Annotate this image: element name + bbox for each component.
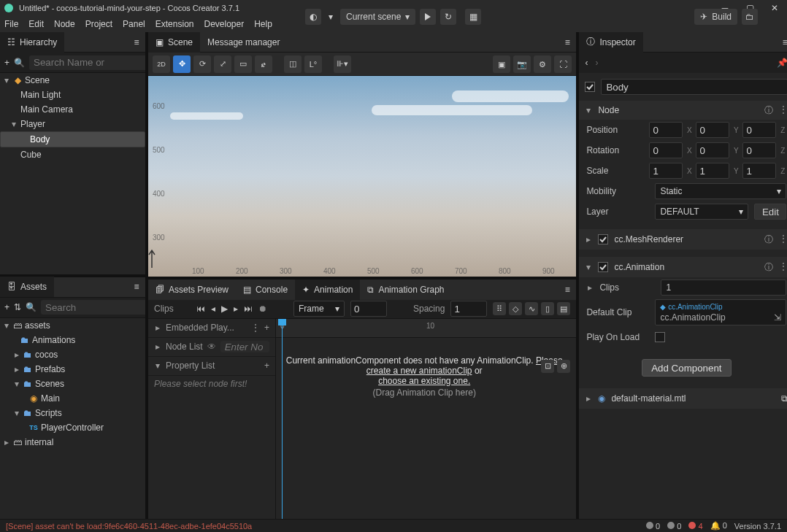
- layer-select[interactable]: DEFAULT▾: [655, 204, 748, 220]
- tool-align[interactable]: ⊪▾: [334, 55, 351, 73]
- frame-mode-select[interactable]: Frame▾: [293, 301, 345, 317]
- frame-input[interactable]: [350, 301, 387, 317]
- menu-dots-icon[interactable]: ⋮: [779, 104, 787, 117]
- build-button[interactable]: ✈ Build: [694, 9, 737, 25]
- tree-row-scene[interactable]: ▾ ◆ Scene: [0, 73, 145, 88]
- asset-row-cocos[interactable]: ▸ 🖿 cocos: [0, 347, 145, 362]
- mobility-select[interactable]: Static▾: [655, 183, 786, 199]
- tab-console[interactable]: ▤ Console: [236, 280, 295, 300]
- status-warn[interactable]: 0: [667, 522, 681, 531]
- nav-back-icon[interactable]: ‹: [585, 58, 588, 68]
- menu-edit[interactable]: Edit: [28, 19, 44, 29]
- tab-animation[interactable]: ✦ Animation: [295, 280, 360, 300]
- menu-developer[interactable]: Developer: [204, 19, 244, 29]
- next-frame-button[interactable]: ▸: [234, 304, 238, 314]
- panel-menu-button[interactable]: ≡: [776, 32, 787, 53]
- add-icon[interactable]: +: [264, 323, 269, 333]
- default-clip-field[interactable]: ◆ cc.AnimationClip cc.AnimationClip⇲: [655, 299, 786, 325]
- menu-help[interactable]: Help: [254, 19, 272, 29]
- asset-row-scenes[interactable]: ▾ 🖿 Scenes: [0, 377, 145, 391]
- anim-event-icon[interactable]: ▯: [541, 302, 554, 315]
- position-x-input[interactable]: [649, 122, 683, 138]
- eye-icon[interactable]: 👁: [207, 342, 216, 352]
- anim-embedded-player-row[interactable]: ▸ Embedded Play... ⋮ +: [148, 319, 275, 338]
- play-on-load-checkbox[interactable]: [655, 332, 665, 342]
- timeline-ruler[interactable]: 0 10: [276, 319, 576, 338]
- zoom-fit-icon[interactable]: ⊡: [541, 360, 554, 373]
- asset-row-assets[interactable]: ▾ 🗃 assets: [0, 318, 145, 333]
- scale-y-input[interactable]: [696, 163, 729, 179]
- prev-frame-button[interactable]: ◂: [211, 304, 215, 314]
- position-y-input[interactable]: [696, 122, 729, 138]
- rotation-y-input[interactable]: [696, 142, 729, 158]
- tool-gear[interactable]: ⚙: [534, 55, 551, 73]
- last-frame-button[interactable]: ⏭: [244, 304, 253, 314]
- add-icon[interactable]: +: [4, 301, 9, 314]
- node-active-checkbox[interactable]: [585, 82, 595, 92]
- reload-button[interactable]: ↻: [440, 9, 456, 25]
- asset-row-playercontroller[interactable]: TS PlayerController: [0, 420, 145, 435]
- anim-menu-icon[interactable]: ▤: [557, 302, 570, 315]
- tool-2d[interactable]: 2D: [153, 55, 170, 73]
- tab-assets[interactable]: 🗄 Assets: [0, 277, 54, 297]
- menu-panel[interactable]: Panel: [123, 19, 145, 29]
- tab-hierarchy[interactable]: ☷ Hierarchy: [0, 32, 64, 53]
- asset-row-scripts[interactable]: ▾ 🖿 Scripts: [0, 406, 145, 420]
- record-button[interactable]: ⏺: [258, 304, 267, 314]
- chevron-down-icon[interactable]: ▾: [326, 9, 336, 25]
- component-enabled-checkbox[interactable]: [598, 234, 608, 244]
- node-name-input[interactable]: [601, 79, 787, 95]
- tab-scene[interactable]: ▣ Scene: [148, 32, 200, 53]
- tool-camera-snap[interactable]: ▣: [493, 55, 510, 73]
- tree-row-main-camera[interactable]: Main Camera: [0, 102, 145, 117]
- playhead[interactable]: [282, 319, 283, 520]
- spacing-input[interactable]: [450, 301, 487, 317]
- menu-node[interactable]: Node: [54, 19, 75, 29]
- window-close-button[interactable]: ✕: [762, 0, 787, 16]
- layer-edit-button[interactable]: Edit: [754, 204, 786, 220]
- tool-rect[interactable]: ▭: [234, 55, 252, 73]
- status-err[interactable]: 4: [688, 522, 702, 531]
- first-frame-button[interactable]: ⏮: [196, 304, 205, 314]
- position-z-input[interactable]: [742, 122, 776, 138]
- asset-row-main-scene[interactable]: ◉ Main: [0, 391, 145, 406]
- link-icon[interactable]: ⇲: [774, 312, 781, 323]
- tool-camera[interactable]: 📷: [513, 55, 531, 73]
- tool-scale[interactable]: ⤢: [214, 55, 231, 73]
- tool-anchor[interactable]: ⸙: [255, 55, 272, 73]
- add-icon[interactable]: +: [264, 361, 269, 371]
- menu-dots-icon[interactable]: ⋮: [779, 234, 787, 246]
- status-bell[interactable]: 🔔 0: [710, 521, 727, 531]
- add-icon[interactable]: +: [4, 56, 9, 69]
- gizmo-mode-icon[interactable]: ◐: [305, 9, 321, 25]
- zoom-icon[interactable]: ⊕: [557, 360, 570, 373]
- asset-row-animations[interactable]: 🖿 Animations: [0, 333, 145, 347]
- tool-fullscreen[interactable]: ⛶: [554, 55, 572, 73]
- anim-nodelist-row[interactable]: ▸ Node List 👁: [148, 338, 275, 357]
- copy-icon[interactable]: ⧉: [781, 393, 787, 404]
- hierarchy-search-input[interactable]: [29, 55, 161, 70]
- clips-count-input[interactable]: 1: [661, 280, 786, 296]
- anim-propertylist-row[interactable]: ▾ Property List +: [148, 357, 275, 376]
- menu-dots-icon[interactable]: ⋮: [779, 261, 787, 274]
- status-error-log[interactable]: [Scene] asset can't be load:9fe6c460-451…: [6, 522, 252, 531]
- component-enabled-checkbox[interactable]: [598, 262, 608, 272]
- play-button[interactable]: [420, 9, 436, 25]
- menu-file[interactable]: File: [4, 19, 18, 29]
- rotation-x-input[interactable]: [649, 142, 683, 158]
- qr-icon[interactable]: ▦: [465, 9, 481, 25]
- play-anim-button[interactable]: ▶: [221, 304, 228, 314]
- default-material-row[interactable]: ▸ ◉ default-material.mtl ⧉: [579, 388, 787, 409]
- anim-curve-icon[interactable]: ∿: [525, 302, 538, 315]
- tab-assets-preview[interactable]: 🗐 Assets Preview: [148, 280, 236, 300]
- help-icon[interactable]: ⓘ: [764, 261, 773, 274]
- choose-clip-link[interactable]: choose an existing one.: [378, 376, 470, 386]
- menu-dots-icon[interactable]: ⋮: [251, 323, 260, 333]
- anim-opt-icon[interactable]: ⠿: [493, 302, 506, 315]
- pin-icon[interactable]: 📌: [777, 58, 787, 68]
- tree-row-cube[interactable]: Cube: [0, 147, 145, 162]
- section-node-header[interactable]: ▾ Node ⓘ⋮: [579, 101, 787, 120]
- panel-menu-button[interactable]: ≡: [128, 32, 145, 53]
- menu-project[interactable]: Project: [85, 19, 112, 29]
- tab-inspector[interactable]: ⓘ Inspector: [579, 32, 642, 53]
